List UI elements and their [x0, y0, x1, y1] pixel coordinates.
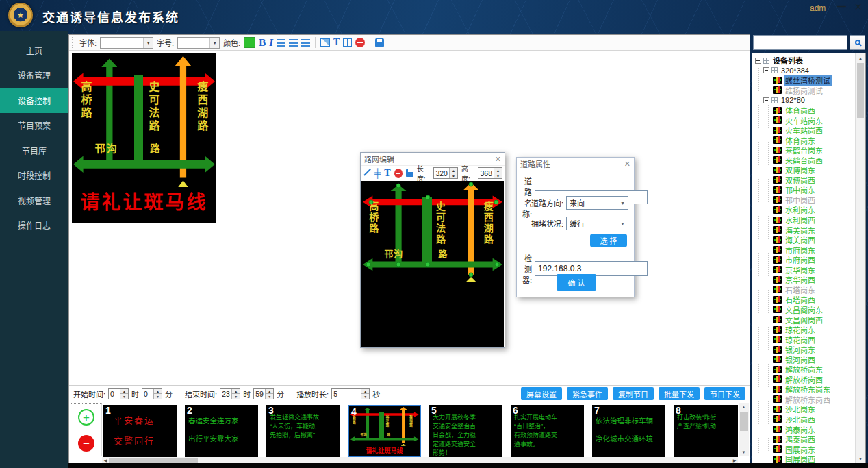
- stepper-arrows[interactable]: ▲▼: [361, 389, 369, 399]
- length-stepper[interactable]: 320 ▲▼: [433, 167, 458, 179]
- scroll-up-icon[interactable]: ▲: [739, 403, 749, 411]
- tree-device-邗中岗东[interactable]: 邗中岗东: [754, 185, 854, 195]
- close-button[interactable]: ✕: [854, 1, 863, 12]
- stepper-arrows[interactable]: ▲▼: [449, 168, 457, 178]
- sidebar-item-操作日志[interactable]: 操作日志: [0, 213, 68, 238]
- tree-device-火车站岗西[interactable]: 火车站岗西: [754, 125, 854, 136]
- tree-device-沙北岗东[interactable]: 沙北岗东: [754, 404, 854, 415]
- tree-device-来鹤台岗东[interactable]: 来鹤台岗东: [754, 145, 854, 156]
- collapse-icon[interactable]: [763, 67, 769, 73]
- sidebar-item-设备控制[interactable]: 设备控制: [0, 88, 68, 113]
- tree-scrollbar[interactable]: ▲ ▼: [855, 53, 865, 463]
- congestion-select[interactable]: 缓行 ▼: [566, 217, 628, 230]
- scroll-left-icon[interactable]: ◀: [102, 457, 109, 463]
- dialog-titlebar[interactable]: 道路属性 ✕: [517, 158, 634, 170]
- emergency-event-button[interactable]: 紧急事件: [567, 387, 608, 400]
- tree-device-石塔岗东[interactable]: 石塔岗东: [754, 285, 854, 295]
- sidebar-item-节目预案[interactable]: 节目预案: [0, 113, 68, 138]
- tree-device-银河岗西[interactable]: 银河岗西: [754, 354, 854, 365]
- tree-device-解放桥岗东[interactable]: 解放桥岗东: [754, 365, 854, 375]
- program-thumbnail-3[interactable]: 3发生轻微交通事故“人未伤，车能动,先拍照，后撤离”: [266, 405, 340, 458]
- tree-device-银河岗东[interactable]: 银河岗东: [754, 345, 854, 355]
- tree-device-解放桥东岗东[interactable]: 解放桥东岗东: [754, 384, 854, 395]
- add-road-icon[interactable]: ╪: [374, 169, 381, 177]
- road-node-handle[interactable]: [469, 182, 474, 186]
- dialog-titlebar[interactable]: 路网编辑 ✕: [361, 153, 505, 165]
- tree-device-解放桥岗西[interactable]: 解放桥岗西: [754, 375, 854, 385]
- playlist-horizontal-scrollbar[interactable]: ◀ ▶: [102, 457, 738, 463]
- tree-device-琼花岗东[interactable]: 琼花岗东: [754, 325, 854, 335]
- scroll-down-icon[interactable]: ▼: [856, 454, 865, 463]
- tree-device-京华岗西[interactable]: 京华岗西: [754, 275, 854, 285]
- tree-device-水利岗西[interactable]: 水利岗西: [754, 215, 854, 225]
- add-program-button[interactable]: +: [78, 409, 94, 426]
- search-button[interactable]: [850, 35, 865, 50]
- tree-device-火车站岗东[interactable]: 火车站岗东: [754, 115, 854, 125]
- align-left-button[interactable]: [277, 39, 285, 47]
- stepper-arrows[interactable]: ▲▼: [231, 389, 240, 399]
- road-direction-select[interactable]: 来向 ▼: [566, 196, 628, 210]
- scrollbar-thumb[interactable]: [857, 63, 864, 118]
- program-send-button[interactable]: 节目下发: [704, 387, 745, 400]
- dialog-close-icon[interactable]: ✕: [495, 155, 501, 164]
- program-thumbnail-5[interactable]: 5大力开展秋冬季交通安全整治百日会战，全力稳定道路交通安全形势！: [429, 405, 502, 458]
- duration-stepper[interactable]: 5▲▼: [331, 388, 370, 399]
- tree-device-来鹤台岗西[interactable]: 来鹤台岗西: [754, 155, 854, 165]
- road-node-handle[interactable]: [494, 199, 498, 204]
- tree-group-320*384[interactable]: 320*384: [754, 66, 854, 76]
- program-thumbnail-4[interactable]: 4高桥路史可法路瘦西湖路邗沟路请礼让斑马线: [348, 405, 421, 458]
- road-node-handle[interactable]: [396, 262, 401, 267]
- road-diagram-canvas[interactable]: 高桥路史可法路瘦西湖路邗沟路请礼让斑马线: [72, 53, 216, 223]
- align-center-button[interactable]: [289, 39, 298, 47]
- tree-device-文昌阁岗东[interactable]: 文昌阁岗东: [754, 305, 854, 315]
- bold-button[interactable]: B: [259, 37, 266, 49]
- font-select[interactable]: ▼: [100, 37, 153, 49]
- tree-device-市府岗西[interactable]: 市府岗西: [754, 255, 854, 265]
- road-node-handle[interactable]: [368, 199, 373, 204]
- height-stepper[interactable]: 368 ▲▼: [478, 167, 502, 179]
- tree-device-石塔岗西[interactable]: 石塔岗西: [754, 295, 854, 305]
- road-editor-canvas[interactable]: 高桥路史可法路瘦西湖路邗沟路: [361, 181, 504, 347]
- tree-device-沙北岗西[interactable]: 沙北岗西: [754, 415, 854, 425]
- delete-button[interactable]: [355, 38, 365, 47]
- tree-device-双博岗东[interactable]: 双博岗东: [754, 165, 854, 175]
- sidebar-item-节目库[interactable]: 节目库: [0, 138, 68, 163]
- tree-device-国展岗东[interactable]: 国展岗东: [754, 444, 854, 454]
- start-hour-stepper[interactable]: 0▲▼: [108, 388, 129, 399]
- copy-program-button[interactable]: 复制节目: [613, 387, 654, 400]
- tree-device-解放桥东岗西[interactable]: 解放桥东岗西: [754, 395, 854, 405]
- scrollbar-thumb[interactable]: [109, 458, 198, 463]
- font-size-select[interactable]: ▼: [177, 37, 220, 49]
- scroll-right-icon[interactable]: ▶: [731, 457, 738, 463]
- tree-device-双博岗西[interactable]: 双博岗西: [754, 175, 854, 186]
- tree-device-京华岗东[interactable]: 京华岗东: [754, 264, 854, 275]
- align-right-button[interactable]: [301, 39, 310, 47]
- confirm-button[interactable]: 确 认: [557, 274, 596, 291]
- tree-device-鸿泰岗西[interactable]: 鸿泰岗西: [754, 434, 854, 445]
- insert-text-button[interactable]: T: [333, 37, 340, 48]
- program-thumbnail-8[interactable]: 8打击改装“炸街严查严惩“机动: [674, 405, 738, 458]
- tree-device-市府岗东[interactable]: 市府岗东: [754, 245, 854, 255]
- dialog-close-icon[interactable]: ✕: [624, 160, 630, 169]
- tree-device-琼花岗西[interactable]: 琼花岗西: [754, 334, 854, 345]
- scrollbar-thumb[interactable]: [740, 412, 748, 431]
- road-node-handle[interactable]: [366, 262, 371, 267]
- tree-device-国展岗西[interactable]: 国展岗西: [754, 454, 854, 463]
- screen-settings-button[interactable]: 屏幕设置: [521, 387, 562, 400]
- start-minute-stepper[interactable]: 0▲▼: [142, 388, 162, 399]
- end-hour-stepper[interactable]: 23▲▼: [220, 388, 240, 399]
- tree-device-文昌阁岗西[interactable]: 文昌阁岗西: [754, 315, 854, 325]
- minimize-button[interactable]: —: [837, 1, 846, 12]
- text-tool-icon[interactable]: T: [384, 168, 390, 179]
- stepper-arrows[interactable]: ▲▼: [153, 389, 162, 399]
- program-thumbnail-7[interactable]: 7依法治理非标车辆净化城市交通环境: [592, 405, 665, 458]
- road-node-handle[interactable]: [425, 195, 430, 200]
- collapse-icon[interactable]: [763, 97, 769, 103]
- remove-program-button[interactable]: −: [78, 435, 94, 452]
- tree-device-邗中岗西[interactable]: 邗中岗西: [754, 195, 854, 206]
- save-road-icon[interactable]: [406, 169, 413, 177]
- road-node-handle[interactable]: [425, 262, 430, 267]
- sidebar-item-设备管理[interactable]: 设备管理: [0, 63, 68, 88]
- playlist-vertical-scrollbar[interactable]: ▲ ▼: [739, 403, 749, 456]
- scroll-down-icon[interactable]: ▼: [739, 448, 749, 456]
